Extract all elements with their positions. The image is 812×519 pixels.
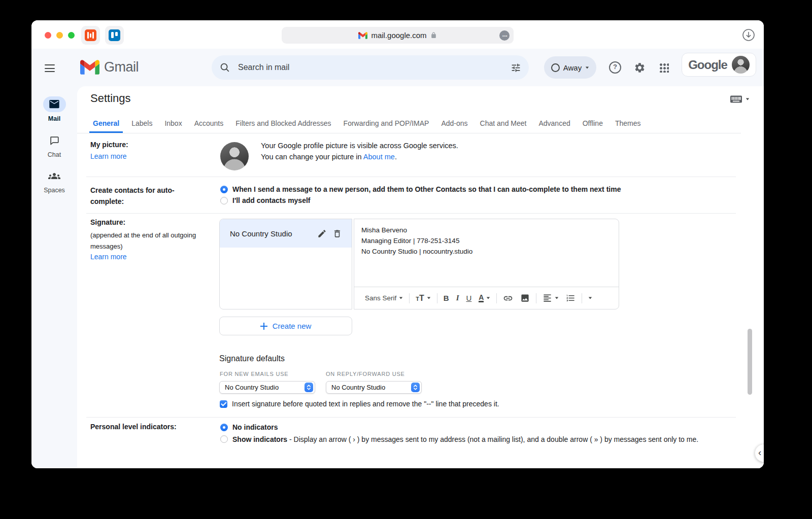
search-filters-icon[interactable]	[505, 57, 526, 78]
tab-offline[interactable]: Offline	[579, 114, 606, 133]
text-color-selector[interactable]: A	[475, 291, 494, 306]
radio-unselected-icon[interactable]	[220, 197, 228, 204]
search-input[interactable]: Search in mail	[235, 63, 505, 72]
sidebar-item-chat[interactable]: Chat	[31, 132, 77, 158]
radio-selected-icon[interactable]	[220, 424, 228, 431]
toolbar-divider	[582, 293, 582, 303]
delete-signature-icon[interactable]	[329, 226, 345, 241]
align-selector[interactable]	[539, 291, 562, 306]
signature-line: Managing Editor | 778-251-3145	[361, 235, 612, 246]
auto-complete-option-label: When I send a message to a new person, a…	[232, 185, 621, 193]
more-formatting-selector[interactable]	[585, 291, 596, 306]
tab-forwarding[interactable]: Forwarding and POP/IMAP	[340, 114, 433, 133]
my-picture-learn-more-link[interactable]: Learn more	[90, 152, 127, 160]
tab-advanced[interactable]: Advanced	[535, 114, 573, 133]
text-size-selector[interactable]: TT	[412, 291, 434, 306]
tab-chat-and-meet[interactable]: Chat and Meet	[477, 114, 530, 133]
signature-list-item[interactable]: No Country Studio	[220, 219, 352, 248]
numbered-list-button[interactable]	[562, 291, 579, 306]
manual-contacts-option[interactable]: I'll add contacts myself	[220, 196, 311, 204]
google-apps-grid-icon[interactable]	[656, 60, 671, 75]
profile-picture[interactable]	[220, 142, 249, 170]
search-icon[interactable]	[215, 57, 235, 78]
signature-toolbar: Sans Serif TT B I U A	[354, 287, 619, 309]
help-icon[interactable]	[607, 60, 623, 75]
tab-inbox[interactable]: Inbox	[161, 114, 185, 133]
sidebar-item-mail[interactable]: Mail	[31, 96, 77, 122]
my-picture-label: My picture:	[90, 141, 128, 149]
create-new-signature-button[interactable]: Create new	[219, 317, 352, 335]
tab-general[interactable]: General	[89, 114, 123, 133]
sidebar-item-spaces[interactable]: Spaces	[31, 168, 77, 194]
bold-button[interactable]: B	[440, 291, 453, 306]
minimize-window-button[interactable]	[56, 32, 63, 39]
text-color-icon: A	[479, 294, 484, 302]
personal-indicators-label: Personal level indicators:	[90, 423, 177, 431]
underline-icon: U	[466, 294, 471, 302]
tab-accounts[interactable]: Accounts	[191, 114, 227, 133]
window-controls	[45, 32, 75, 39]
chevron-down-icon	[586, 66, 589, 68]
trello-logo-icon	[109, 29, 120, 41]
scrollbar-thumb[interactable]	[748, 329, 752, 395]
chevron-down-icon	[589, 297, 592, 299]
trello-extension-icon[interactable]	[105, 26, 124, 45]
manual-contacts-option-label: I'll add contacts myself	[232, 196, 311, 204]
address-bar[interactable]: mail.google.com	[282, 27, 514, 44]
text-size-icon: TT	[416, 294, 424, 303]
insert-image-button[interactable]	[517, 291, 533, 306]
signature-list: No Country Studio	[219, 219, 352, 309]
signature-defaults-heading: Signature defaults	[219, 354, 285, 363]
sidebar-item-label: Mail	[31, 115, 77, 122]
page-more-options-icon[interactable]	[499, 30, 510, 41]
on-reply-select[interactable]: No Country Studio	[326, 381, 422, 394]
download-icon[interactable]	[742, 28, 755, 42]
show-indicators-option[interactable]: Show indicators - Display an arrow ( › )…	[220, 434, 728, 445]
about-me-link[interactable]: About me	[363, 153, 395, 161]
for-new-emails-select[interactable]: No Country Studio	[219, 381, 315, 394]
main-menu-icon[interactable]	[43, 60, 57, 75]
insert-signature-option[interactable]: Insert signature before quoted text in r…	[220, 400, 499, 408]
google-wordmark: Google	[688, 58, 727, 72]
zoom-window-button[interactable]	[68, 32, 75, 39]
auto-complete-option[interactable]: When I send a message to a new person, a…	[220, 185, 621, 193]
underline-button[interactable]: U	[462, 291, 475, 306]
numbered-list-icon	[566, 293, 576, 303]
profile-avatar[interactable]	[732, 56, 750, 74]
gmail-favicon	[358, 32, 367, 39]
chat-icon	[49, 135, 60, 146]
align-left-icon	[543, 293, 552, 303]
search-bar[interactable]: Search in mail	[212, 55, 529, 80]
no-indicators-option[interactable]: No indicators	[220, 423, 278, 431]
harvest-extension-icon[interactable]	[81, 26, 100, 45]
radio-selected-icon[interactable]	[220, 186, 228, 193]
page-title: Settings	[90, 92, 131, 105]
signature-content[interactable]: Misha Berveno Managing Editor | 778-251-…	[354, 219, 619, 287]
tab-themes[interactable]: Themes	[612, 114, 645, 133]
font-family-selector[interactable]: Sans Serif	[361, 291, 407, 306]
my-picture-line1: Your Google profile picture is visible a…	[261, 142, 458, 150]
signature-learn-more-link[interactable]: Learn more	[90, 253, 127, 261]
toolbar-divider	[536, 293, 536, 303]
tab-filters[interactable]: Filters and Blocked Addresses	[232, 114, 334, 133]
signature-name: No Country Studio	[230, 229, 314, 238]
status-selector[interactable]: Away	[544, 56, 596, 79]
radio-unselected-icon[interactable]	[220, 435, 228, 443]
link-icon	[503, 293, 513, 303]
show-indicators-title: Show indicators	[232, 435, 287, 443]
edit-signature-icon[interactable]	[314, 226, 329, 241]
tab-labels[interactable]: Labels	[128, 114, 156, 133]
status-label: Away	[563, 63, 582, 72]
for-new-emails-label: FOR NEW EMAILS USE	[220, 371, 288, 377]
row-divider	[86, 417, 736, 418]
google-account-chip[interactable]: Google	[682, 53, 756, 77]
checkbox-checked-icon[interactable]	[220, 400, 227, 408]
input-tools-selector[interactable]	[730, 95, 750, 103]
tab-addons[interactable]: Add-ons	[437, 114, 471, 133]
row-divider	[86, 177, 736, 177]
signature-label: Signature:	[90, 218, 125, 226]
close-window-button[interactable]	[45, 32, 51, 39]
italic-button[interactable]: I	[453, 291, 463, 306]
settings-gear-icon[interactable]	[632, 60, 647, 75]
insert-link-button[interactable]	[499, 291, 517, 306]
